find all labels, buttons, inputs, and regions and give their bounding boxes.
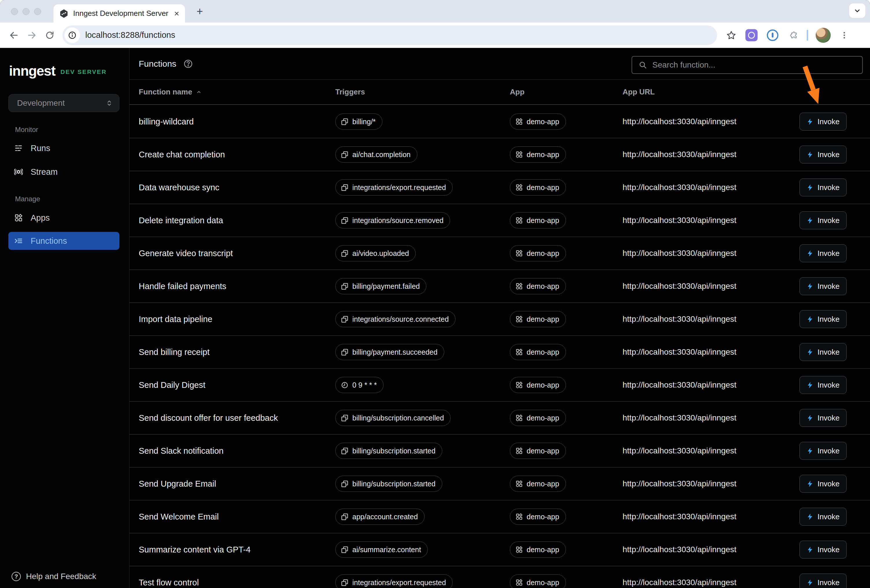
function-name[interactable]: Import data pipeline (139, 315, 335, 324)
app-badge[interactable]: demo-app (510, 212, 566, 229)
function-name[interactable]: Delete integration data (139, 216, 335, 225)
trigger-badge[interactable]: ai/video.uploaded (335, 245, 416, 261)
function-name[interactable]: Send Upgrade Email (139, 479, 335, 489)
trigger-badge[interactable]: billing/subscription.started (335, 443, 442, 459)
trigger-badge[interactable]: app/account.created (335, 509, 425, 525)
traffic-light-close[interactable] (11, 8, 18, 15)
function-name[interactable]: Test flow control (139, 578, 335, 587)
onepassword-icon[interactable] (767, 30, 778, 41)
function-name[interactable]: Summarize content via GPT-4 (139, 545, 335, 554)
bolt-icon (806, 316, 813, 323)
app-badge[interactable]: demo-app (510, 113, 566, 130)
trigger-badge[interactable]: billing/subscription.cancelled (335, 410, 451, 426)
invoke-button[interactable]: Invoke (800, 540, 846, 558)
function-name[interactable]: Send billing receipt (139, 347, 335, 357)
functions-help-icon[interactable] (183, 59, 193, 69)
address-bar[interactable]: localhost:8288/functions (63, 25, 717, 45)
invoke-button[interactable]: Invoke (800, 244, 846, 262)
app-badge[interactable]: demo-app (510, 542, 566, 558)
function-name[interactable]: Send discount offer for user feedback (139, 413, 335, 423)
invoke-button[interactable]: Invoke (800, 146, 846, 163)
url-text[interactable]: localhost:8288/functions (85, 30, 175, 40)
reload-icon[interactable] (43, 29, 56, 42)
app-badge[interactable]: demo-app (510, 311, 566, 327)
app-badge[interactable]: demo-app (510, 344, 566, 360)
invoke-button[interactable]: Invoke (800, 508, 846, 526)
invoke-button[interactable]: Invoke (800, 310, 846, 328)
trigger-badge[interactable]: billing/subscription.started (335, 476, 442, 492)
trigger-badge[interactable]: integrations/export.requested (335, 179, 453, 196)
sidebar-item-functions[interactable]: Functions (8, 232, 119, 250)
app-badge[interactable]: demo-app (510, 509, 566, 525)
invoke-label: Invoke (817, 578, 840, 587)
sidebar-item-stream[interactable]: Stream (8, 163, 119, 181)
app-label: demo-app (527, 216, 559, 225)
invoke-button[interactable]: Invoke (800, 475, 846, 493)
app-badge[interactable]: demo-app (510, 443, 566, 459)
environment-selector[interactable]: Development (8, 94, 119, 112)
app-badge[interactable]: demo-app (510, 179, 566, 196)
extension-purple-icon[interactable] (745, 29, 758, 41)
column-triggers[interactable]: Triggers (335, 88, 510, 97)
invoke-button[interactable]: Invoke (800, 113, 846, 131)
browser-menu-icon[interactable] (840, 31, 849, 40)
sidebar-item-runs[interactable]: Runs (8, 139, 119, 157)
function-name[interactable]: Handle failed payments (139, 282, 335, 291)
invoke-button[interactable]: Invoke (800, 343, 846, 361)
tab-search-chevron-icon[interactable] (849, 3, 866, 18)
app-badge[interactable]: demo-app (510, 278, 566, 294)
search-input[interactable] (652, 60, 857, 70)
trigger-badge[interactable]: billing/* (335, 113, 382, 130)
app-badge[interactable]: demo-app (510, 377, 566, 393)
invoke-label: Invoke (817, 315, 840, 324)
function-name[interactable]: Send Daily Digest (139, 380, 335, 390)
new-tab-button[interactable]: + (193, 4, 206, 18)
trigger-badge[interactable]: ai/chat.completion (335, 146, 417, 163)
trigger-badge[interactable]: integrations/export.requested (335, 575, 453, 588)
trigger-badge[interactable]: ai/summarize.content (335, 542, 428, 558)
app-badge[interactable]: demo-app (510, 245, 566, 261)
trigger-badge[interactable]: integrations/source.removed (335, 212, 450, 229)
column-app[interactable]: App (510, 88, 623, 97)
function-name[interactable]: billing-wildcard (139, 117, 335, 126)
trigger-badge[interactable]: integrations/source.connected (335, 311, 456, 327)
invoke-button[interactable]: Invoke (800, 573, 846, 588)
invoke-button[interactable]: Invoke (800, 442, 846, 460)
forward-icon[interactable] (25, 29, 38, 42)
invoke-label: Invoke (817, 512, 840, 521)
invoke-button[interactable]: Invoke (800, 178, 846, 196)
function-name[interactable]: Data warehouse sync (139, 183, 335, 192)
app-badge[interactable]: demo-app (510, 575, 566, 588)
function-name[interactable]: Create chat completion (139, 150, 335, 159)
column-function-name[interactable]: Function name (139, 88, 335, 97)
traffic-light-zoom[interactable] (34, 8, 41, 15)
browser-tab[interactable]: Inngest Development Server × (54, 4, 185, 22)
profile-avatar[interactable] (816, 28, 831, 43)
trigger-badge[interactable]: billing/payment.failed (335, 278, 426, 294)
invoke-button[interactable]: Invoke (800, 211, 846, 229)
app-badge[interactable]: demo-app (510, 146, 566, 163)
traffic-light-minimize[interactable] (22, 8, 30, 15)
sidebar-item-apps[interactable]: Apps (8, 209, 119, 227)
apps-icon (515, 381, 523, 389)
site-info-icon[interactable] (64, 27, 80, 43)
bookmark-star-icon[interactable] (726, 30, 736, 40)
event-trigger-icon (341, 184, 349, 192)
extensions-puzzle-icon[interactable] (788, 30, 798, 40)
help-and-feedback[interactable]: ? Help and Feedback (12, 570, 96, 584)
function-name[interactable]: Send Slack notification (139, 446, 335, 456)
back-icon[interactable] (7, 29, 20, 42)
trigger-badge[interactable]: billing/payment.succeeded (335, 344, 444, 360)
invoke-button[interactable]: Invoke (800, 409, 846, 427)
app-badge[interactable]: demo-app (510, 476, 566, 492)
app-badge[interactable]: demo-app (510, 410, 566, 426)
column-app-url[interactable]: App URL (623, 88, 800, 97)
trigger-badge[interactable]: 0 9 * * * (335, 377, 384, 393)
invoke-button[interactable]: Invoke (800, 376, 846, 394)
function-name[interactable]: Send Welcome Email (139, 512, 335, 521)
tab-close-icon[interactable]: × (174, 9, 179, 18)
event-trigger-icon (341, 315, 349, 323)
invoke-button[interactable]: Invoke (800, 277, 846, 295)
function-name[interactable]: Generate video transcript (139, 249, 335, 258)
app-label: demo-app (527, 117, 559, 126)
